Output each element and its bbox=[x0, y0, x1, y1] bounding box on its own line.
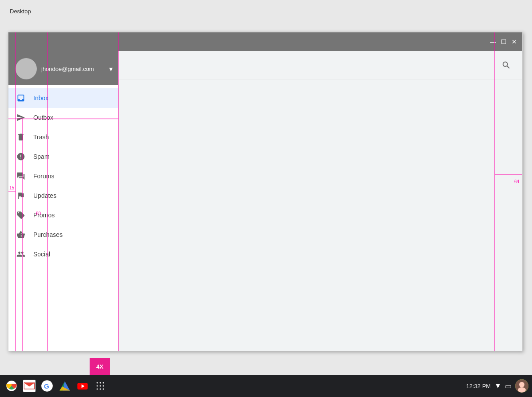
sidebar-item-promos[interactable]: Promos bbox=[8, 205, 118, 225]
svg-point-35 bbox=[100, 389, 101, 390]
account-header[interactable]: jhondoe@gmail.com ▾ bbox=[8, 51, 118, 85]
network-icon: ▼ bbox=[494, 382, 501, 390]
promos-icon bbox=[16, 210, 26, 220]
social-label: Social bbox=[33, 251, 50, 258]
sidebar-item-spam[interactable]: Spam bbox=[8, 147, 118, 166]
spam-label: Spam bbox=[33, 153, 50, 160]
battery-icon: ▭ bbox=[505, 382, 512, 390]
account-email: jhondoe@gmail.com bbox=[41, 66, 105, 72]
main-window: — ☐ ✕ jhondoe@gmail.com ▾ bbox=[8, 32, 523, 351]
sidebar-item-trash[interactable]: Trash bbox=[8, 127, 118, 147]
svg-point-31 bbox=[97, 385, 98, 387]
updates-icon bbox=[16, 190, 26, 201]
sidebar-item-social[interactable]: Social bbox=[8, 244, 118, 264]
search-button[interactable] bbox=[497, 56, 515, 74]
minimize-button[interactable]: — bbox=[489, 37, 497, 46]
spam-icon bbox=[16, 151, 26, 162]
sidebar-item-outbox[interactable]: Outbox bbox=[8, 108, 118, 127]
taskbar-apps: G bbox=[4, 378, 466, 394]
close-button[interactable]: ✕ bbox=[510, 37, 519, 46]
taskbar-google[interactable]: G bbox=[39, 378, 55, 394]
inbox-icon bbox=[16, 93, 26, 103]
trash-label: Trash bbox=[33, 134, 49, 141]
title-bar: — ☐ ✕ bbox=[8, 32, 522, 51]
system-clock: 12:32 PM bbox=[466, 383, 491, 389]
svg-point-32 bbox=[100, 385, 101, 387]
forums-icon bbox=[16, 171, 26, 181]
user-avatar-taskbar[interactable] bbox=[515, 379, 528, 393]
taskbar-right: 12:32 PM ▼ ▭ bbox=[466, 379, 529, 393]
sidebar-item-purchases[interactable]: Purchases bbox=[8, 225, 118, 244]
svg-point-28 bbox=[97, 382, 98, 384]
forums-label: Forums bbox=[33, 173, 54, 180]
zoom-badge: 4X bbox=[90, 358, 110, 375]
social-icon bbox=[16, 249, 26, 259]
svg-point-38 bbox=[519, 382, 524, 387]
outbox-label: Outbox bbox=[33, 114, 53, 121]
purchases-label: Purchases bbox=[33, 231, 63, 238]
trash-icon bbox=[16, 132, 26, 142]
nav-list: Inbox Outbox bbox=[8, 85, 118, 351]
desktop-label: Desktop bbox=[10, 8, 31, 15]
outbox-icon bbox=[16, 112, 26, 123]
toolbar bbox=[118, 51, 522, 79]
svg-point-34 bbox=[97, 389, 98, 390]
main-content bbox=[118, 51, 522, 351]
inbox-label: Inbox bbox=[33, 94, 48, 102]
promos-label: Promos bbox=[33, 212, 55, 219]
avatar bbox=[16, 58, 37, 79]
svg-point-30 bbox=[103, 382, 104, 384]
maximize-button[interactable]: ☐ bbox=[499, 37, 508, 46]
sidebar-item-inbox[interactable]: Inbox bbox=[8, 88, 118, 108]
email-content-area bbox=[118, 79, 522, 351]
taskbar: G bbox=[0, 375, 532, 397]
taskbar-gmail[interactable] bbox=[21, 378, 37, 394]
svg-point-29 bbox=[100, 382, 101, 384]
taskbar-drive[interactable] bbox=[57, 378, 73, 394]
taskbar-apps-grid[interactable] bbox=[92, 378, 108, 394]
taskbar-chrome[interactable] bbox=[4, 378, 20, 394]
svg-point-36 bbox=[103, 389, 104, 390]
svg-point-33 bbox=[103, 385, 104, 387]
dropdown-arrow-icon: ▾ bbox=[109, 65, 113, 73]
window-content: jhondoe@gmail.com ▾ Inbox bbox=[8, 51, 522, 351]
updates-label: Updates bbox=[33, 192, 56, 199]
svg-text:G: G bbox=[44, 382, 49, 390]
sidebar-item-updates[interactable]: Updates bbox=[8, 186, 118, 205]
svg-point-39 bbox=[518, 387, 526, 393]
sidebar: jhondoe@gmail.com ▾ Inbox bbox=[8, 51, 118, 351]
purchases-icon bbox=[16, 229, 26, 240]
sidebar-item-forums[interactable]: Forums bbox=[8, 166, 118, 186]
taskbar-youtube[interactable] bbox=[75, 378, 91, 394]
